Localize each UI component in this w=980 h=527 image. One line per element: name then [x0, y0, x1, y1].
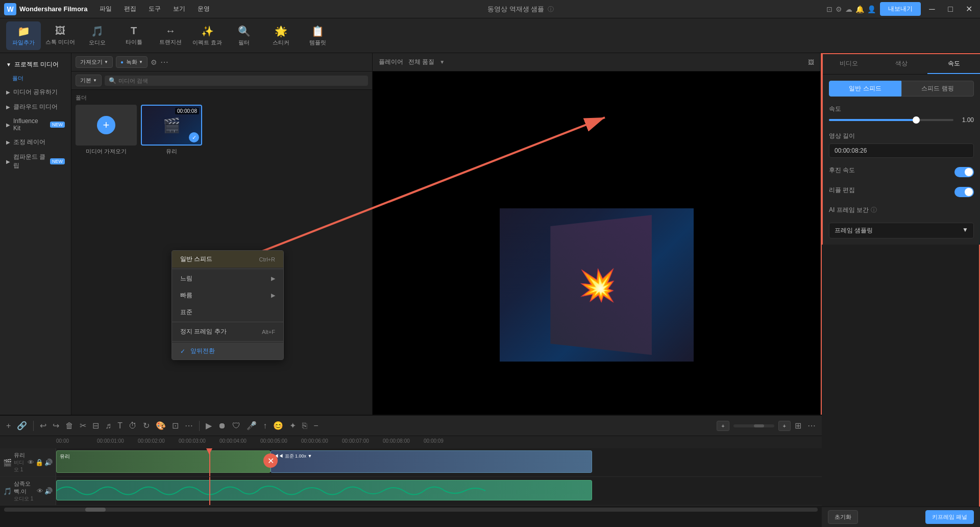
tl-text-icon[interactable]: T	[115, 419, 125, 433]
tl-plus-icon[interactable]: +	[717, 421, 729, 431]
tl-emotion-icon[interactable]: 😊	[271, 419, 285, 433]
menu-tools[interactable]: 도구	[143, 3, 166, 15]
minimize-button[interactable]: ─	[925, 2, 939, 16]
audio-track-eye-icon[interactable]: 👁	[37, 487, 43, 495]
tl-undo-icon[interactable]: ↩	[38, 419, 48, 433]
sidebar-item-compound-clip[interactable]: ▶ 컴파운드 클립 NEW	[0, 150, 71, 173]
track-eye-icon[interactable]: 👁	[28, 459, 34, 466]
reset-button[interactable]: 초기화	[828, 510, 858, 524]
tab-speed[interactable]: 속도	[927, 54, 980, 74]
tool-title[interactable]: T 타이틀	[116, 21, 151, 50]
tl-minus-icon[interactable]: −	[311, 419, 320, 433]
tl-delete-icon[interactable]: 🗑	[63, 419, 76, 433]
ctx-item-freeze-frame[interactable]: 정지 프레임 추가 Alt+F	[172, 323, 283, 340]
ctx-item-slow[interactable]: 느림 ▶	[172, 270, 283, 287]
speed-slider[interactable]	[829, 119, 953, 121]
media-add-thumb[interactable]: +	[76, 105, 137, 146]
tl-more2-icon[interactable]: ⋯	[805, 419, 818, 433]
tool-template[interactable]: 📋 템플릿	[300, 21, 335, 50]
speed-slider-thumb[interactable]	[913, 116, 920, 124]
ctx-item-fast[interactable]: 빠름 ▶	[172, 287, 283, 304]
settings-icon[interactable]: ⚙	[836, 5, 842, 13]
menu-edit[interactable]: 편집	[119, 3, 141, 15]
media-glass-thumb[interactable]: 🎬 00:00:08 ✓	[141, 105, 202, 146]
sidebar-item-folder[interactable]: 폴더	[0, 72, 71, 85]
tool-sticker[interactable]: 🌟 스티커	[263, 21, 298, 50]
ctx-item-standard[interactable]: 표준	[172, 304, 283, 321]
audio-track-volume-icon[interactable]: 🔊	[44, 487, 53, 495]
speed-tab-normal[interactable]: 일반 스피드	[829, 81, 901, 97]
tool-stock-media[interactable]: 🖼 스톡 미디어	[43, 21, 78, 50]
video-clip-1[interactable]: 유리	[56, 450, 271, 473]
close-button[interactable]: ✕	[962, 2, 976, 16]
track-lock-icon[interactable]: 🔒	[35, 459, 43, 466]
sidebar-item-cloud-media[interactable]: ▶ 클라우드 미디어	[0, 100, 71, 114]
tl-export-icon[interactable]: ↑	[261, 419, 269, 433]
ctx-item-reverse[interactable]: ✓ 앞뒤전환	[172, 343, 283, 360]
sidebar-item-influence-kit[interactable]: ▶ Influence Kit NEW	[0, 114, 71, 135]
speed-tab-ramp[interactable]: 스피드 램핑	[901, 81, 974, 97]
audio-clip-1[interactable]	[56, 480, 592, 500]
sidebar-item-project-media[interactable]: ▼ 프로젝트 미디어	[0, 57, 71, 72]
tl-rotate-icon[interactable]: ↻	[141, 419, 152, 433]
tl-more-icon[interactable]: ⋯	[183, 419, 195, 433]
tl-redo-icon[interactable]: ↪	[51, 419, 61, 433]
keyframe-panel-button[interactable]: 키프레임 패널	[925, 510, 974, 524]
tab-color[interactable]: 색상	[875, 54, 928, 74]
tl-grid-icon[interactable]: ⊞	[793, 419, 803, 433]
export-button[interactable]: 내보내기	[880, 2, 921, 16]
search-bar[interactable]: 🔍	[105, 76, 368, 86]
duration-input[interactable]: 00:00:08:26	[829, 143, 974, 158]
sidebar-item-share-media[interactable]: ▶ 미디어 공유하기	[0, 85, 71, 100]
tl-cut-icon[interactable]: ✂	[78, 419, 88, 433]
reverse-speed-toggle[interactable]	[954, 167, 974, 177]
scrollbar-thumb[interactable]	[85, 508, 106, 512]
menu-file[interactable]: 파일	[94, 3, 117, 15]
timeline-scrollbar[interactable]	[4, 508, 818, 512]
tl-split-icon[interactable]: ⊟	[90, 419, 101, 433]
user-icon[interactable]: 👤	[867, 5, 876, 13]
tl-mic-icon[interactable]: 🎤	[244, 419, 259, 433]
bell-icon[interactable]: 🔔	[855, 5, 864, 13]
media-item-glass[interactable]: 🎬 00:00:08 ✓ 유리	[141, 105, 202, 155]
tool-transition[interactable]: ↔ 트랜지션	[153, 21, 188, 50]
search-input[interactable]	[118, 78, 364, 84]
sidebar-item-adjustment-layer[interactable]: ▶ 조정 레이어	[0, 135, 71, 150]
cloud-icon[interactable]: ☁	[845, 5, 852, 13]
tab-video[interactable]: 비디오	[823, 54, 875, 74]
tl-protect-icon[interactable]: 🛡	[230, 419, 242, 433]
filter-import-button[interactable]: 가져오기 ▼	[76, 56, 113, 68]
tl-screen-icon[interactable]: ⎘	[300, 419, 309, 433]
tl-effects2-icon[interactable]: ✦	[287, 419, 298, 433]
ctx-item-normal-speed[interactable]: 일반 스피드 Ctrl+R	[172, 251, 283, 268]
fullscreen-icon[interactable]: ⊡	[826, 5, 832, 13]
tl-link-icon[interactable]: 🔗	[15, 419, 29, 433]
filter-record-button[interactable]: ● 녹화 ▼	[116, 56, 148, 68]
tl-speed-icon[interactable]: ⏱	[127, 419, 139, 433]
ripple-edit-toggle[interactable]	[954, 187, 974, 197]
tool-file-add[interactable]: 📁 파일추가	[6, 21, 41, 50]
tl-audio-icon[interactable]: ♬	[103, 419, 113, 433]
tl-play-all-icon[interactable]: ▶	[204, 419, 214, 433]
tool-audio[interactable]: 🎵 오디오	[80, 21, 114, 50]
video-clip-2[interactable]: ◀◀ 표준 1.00x ▼	[271, 450, 592, 473]
tl-zoom-plus-icon[interactable]: +	[778, 421, 791, 431]
tl-add-icon[interactable]: +	[4, 419, 13, 433]
tl-color-icon[interactable]: 🎨	[154, 419, 168, 433]
more-options-icon[interactable]: ⋯	[160, 57, 168, 67]
tl-record-icon[interactable]: ⏺	[216, 419, 228, 433]
tool-filter[interactable]: 🔍 필터	[227, 21, 261, 50]
image-export-icon[interactable]: 🖼	[808, 59, 814, 66]
menu-view[interactable]: 보기	[168, 3, 190, 15]
tl-crop-icon[interactable]: ⊡	[170, 419, 181, 433]
maximize-button[interactable]: □	[943, 2, 958, 16]
view-mode-button[interactable]: 기본 ▼	[76, 75, 102, 86]
filter-settings-icon[interactable]: ⚙	[151, 58, 157, 66]
delete-marker[interactable]: ✕	[263, 453, 278, 468]
track-volume-icon[interactable]: 🔊	[44, 459, 53, 466]
media-item-add[interactable]: + 미디어 가져오기	[76, 105, 137, 155]
frame-sampling-select[interactable]: 프레임 샘플링 ▼	[829, 223, 974, 238]
menu-ops[interactable]: 운영	[192, 3, 215, 15]
tool-effects[interactable]: ✨ 이펙트 효과	[190, 21, 225, 50]
tl-zoom-thumb[interactable]	[754, 424, 764, 427]
